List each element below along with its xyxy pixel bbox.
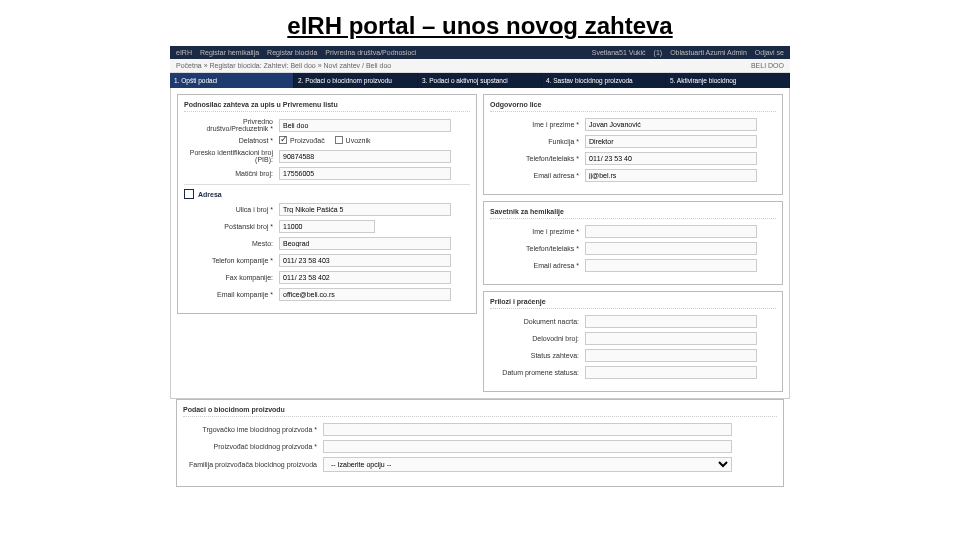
nav-biocida[interactable]: Registar biocida — [267, 49, 317, 56]
checkbox-label: Uvoznik — [346, 137, 371, 144]
checkbox-proizvodjac[interactable]: Proizvođač — [279, 136, 325, 144]
panel-title: Savetnik za hemikalije — [490, 208, 776, 219]
step-1[interactable]: 1. Opšti podaci — [170, 73, 294, 88]
input-savetnik-tel[interactable] — [585, 242, 757, 255]
label-tel: Telefon/telelaks * — [490, 155, 585, 162]
label-email: Email adresa * — [490, 172, 585, 179]
panel-biocidni-proizvod: Podaci o biocidnom proizvodu Trgovačko i… — [176, 399, 784, 487]
input-dokument[interactable] — [585, 315, 757, 328]
label-datum: Datum promene statusa: — [490, 369, 585, 376]
input-fax[interactable] — [279, 271, 451, 284]
nav-admin[interactable]: Oblastuarti Azurni Admin — [670, 49, 747, 56]
label-status: Status zahteva: — [490, 352, 585, 359]
input-mesto[interactable] — [279, 237, 451, 250]
adresa-header: Adresa — [184, 184, 470, 199]
label-funkcija: Funkcija * — [490, 138, 585, 145]
input-status[interactable] — [585, 349, 757, 362]
label-delatnost: Delatnost * — [184, 137, 279, 144]
label-ime: Ime i prezime * — [490, 121, 585, 128]
panel-odgovorno-lice: Odgovorno lice Ime i prezime * Funkcija … — [483, 94, 783, 195]
nav-drustva[interactable]: Privredna društva/Podnosioci — [325, 49, 416, 56]
input-ime[interactable] — [585, 118, 757, 131]
checkbox-label: Proizvođač — [290, 137, 325, 144]
input-datum[interactable] — [585, 366, 757, 379]
label-pib: Poresko identifikacioni broj (PIB): — [184, 149, 279, 163]
wizard-steps: 1. Opšti podaci 2. Podaci o biocidnom pr… — [170, 73, 790, 88]
input-mb[interactable] — [279, 167, 451, 180]
user-name: Svetlana51 Vukić — [592, 49, 646, 56]
label-delbroj: Delovodni broj: — [490, 335, 585, 342]
panel-title: Podnosilac zahteva za upis u Privremenu … — [184, 101, 470, 112]
input-email-kompanije[interactable] — [279, 288, 451, 301]
input-tel-kompanije[interactable] — [279, 254, 451, 267]
input-savetnik-email[interactable] — [585, 259, 757, 272]
breadcrumb: Početna » Registar biocida: Zahtevi: Bel… — [170, 59, 790, 73]
breadcrumb-path: Početna » Registar biocida: Zahtevi: Bel… — [176, 62, 391, 69]
input-tel[interactable] — [585, 152, 757, 165]
logout-link[interactable]: Odjavi se — [755, 49, 784, 56]
input-pd[interactable] — [279, 119, 451, 132]
label-ime: Ime i prezime * — [490, 228, 585, 235]
input-email[interactable] — [585, 169, 757, 182]
label-trg-ime: Trgovačko ime biocidnog proizvoda * — [183, 426, 323, 433]
step-5[interactable]: 5. Aktiviranje biocidnog — [666, 73, 790, 88]
input-proizvodjac[interactable] — [323, 440, 732, 453]
panel-savetnik: Savetnik za hemikalije Ime i prezime * T… — [483, 201, 783, 285]
input-ulica[interactable] — [279, 203, 451, 216]
panel-prilozi: Prilozi i praćenje Dokument nacrta: Delo… — [483, 291, 783, 392]
step-2[interactable]: 2. Podaci o biocidnom proizvodu — [294, 73, 418, 88]
location-icon — [184, 189, 194, 199]
left-column: Podnosilac zahteva za upis u Privremenu … — [177, 94, 477, 392]
input-pib[interactable] — [279, 150, 451, 163]
input-funkcija[interactable] — [585, 135, 757, 148]
nav-hemikalije[interactable]: Registar hemikalija — [200, 49, 259, 56]
select-familija[interactable]: -- Izaberite opciju -- — [323, 457, 732, 472]
app-frame: eIRH Registar hemikalija Registar biocid… — [170, 46, 790, 487]
label-pb: Poštanski broj * — [184, 223, 279, 230]
label-pd: Privredno društvo/Preduzetnik * — [184, 118, 279, 132]
input-pb[interactable] — [279, 220, 375, 233]
label-proizvodjac: Proizvođač biocidnog proizvoda * — [183, 443, 323, 450]
notif-count[interactable]: (1) — [654, 49, 663, 56]
panel-title: Odgovorno lice — [490, 101, 776, 112]
panel-title: Prilozi i praćenje — [490, 298, 776, 309]
input-delbroj[interactable] — [585, 332, 757, 345]
right-column: Odgovorno lice Ime i prezime * Funkcija … — [483, 94, 783, 392]
label-email: Email kompanije * — [184, 291, 279, 298]
label-fax: Fax kompanije: — [184, 274, 279, 281]
label-email: Email adresa * — [490, 262, 585, 269]
slide-title: eIRH portal – unos novog zahteva — [0, 12, 960, 40]
label-dok: Dokument nacrta: — [490, 318, 585, 325]
label-mb: Matični broj: — [184, 170, 279, 177]
label-tel: Telefon/telelaks * — [490, 245, 585, 252]
step-3[interactable]: 3. Podaci o aktivnoj supstanci — [418, 73, 542, 88]
input-savetnik-ime[interactable] — [585, 225, 757, 238]
nav-eirh[interactable]: eIRH — [176, 49, 192, 56]
step-4[interactable]: 4. Sastav biocidnog proizvoda — [542, 73, 666, 88]
breadcrumb-company: BELI DOO — [751, 62, 784, 69]
checkbox-uvoznik[interactable]: Uvoznik — [335, 136, 371, 144]
input-trg-ime[interactable] — [323, 423, 732, 436]
label-familija: Familija proizvođača biocidnog proizvoda — [183, 461, 323, 468]
form-content: Podnosilac zahteva za upis u Privremenu … — [170, 88, 790, 399]
checkbox-icon — [279, 136, 287, 144]
label-mesto: Mesto: — [184, 240, 279, 247]
panel-title: Podaci o biocidnom proizvodu — [183, 406, 777, 417]
topbar: eIRH Registar hemikalija Registar biocid… — [170, 46, 790, 59]
adresa-label: Adresa — [198, 191, 222, 198]
label-tel: Telefon kompanije * — [184, 257, 279, 264]
label-ulica: Ulica i broj * — [184, 206, 279, 213]
checkbox-icon — [335, 136, 343, 144]
panel-podnosilac: Podnosilac zahteva za upis u Privremenu … — [177, 94, 477, 314]
